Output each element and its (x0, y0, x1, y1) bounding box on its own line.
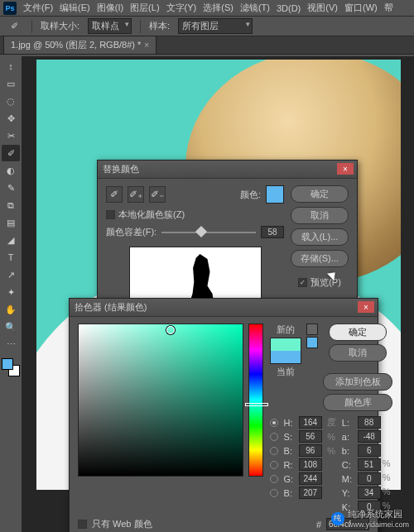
tool-heal[interactable]: ◐ (2, 162, 20, 179)
eyedropper-plus-icon[interactable]: ✐₊ (128, 186, 144, 203)
eyedropper-row: ✐ ✐₊ ✐₋ 颜色: (106, 185, 284, 204)
tool-pen[interactable]: ↗ (2, 266, 20, 283)
picker-cancel-button[interactable]: 取消 (329, 344, 387, 362)
radio-b[interactable] (270, 447, 278, 455)
field-brgb[interactable]: 207 (299, 486, 322, 499)
menu-window[interactable]: 窗口(W) (344, 2, 378, 14)
new-color-swatch (271, 338, 301, 351)
close-tab-icon[interactable]: × (144, 41, 149, 50)
radio-h[interactable] (270, 419, 278, 427)
tool-eraser[interactable]: ▤ (2, 214, 20, 231)
current-color-label: 当前 (277, 366, 295, 378)
sample-size-label: 取样大小: (41, 20, 79, 32)
field-a[interactable]: -48 (358, 430, 381, 443)
menu-file[interactable]: 文件(F) (23, 2, 53, 14)
current-color-swatch (271, 351, 301, 363)
field-blab[interactable]: 6 (358, 444, 381, 457)
sv-field[interactable] (78, 324, 243, 477)
source-color-swatch[interactable] (266, 185, 284, 204)
add-swatch-button[interactable]: 添加到色板 (323, 373, 392, 391)
picker-ok-button[interactable]: 确定 (329, 324, 387, 341)
label-s: S: (284, 432, 296, 442)
radio-g[interactable] (270, 475, 278, 483)
fuzziness-value[interactable]: 58 (261, 226, 284, 238)
field-bhsb[interactable]: 96 (299, 444, 322, 457)
warning-gamut-icon[interactable] (306, 324, 318, 335)
field-l[interactable]: 88 (358, 416, 381, 429)
localized-label: 本地化颜色簇(Z) (118, 208, 185, 221)
app-logo: Ps (3, 2, 17, 15)
menu-help[interactable]: 帮 (384, 2, 393, 14)
web-only-checkbox[interactable] (78, 520, 87, 529)
label-h: H: (284, 418, 296, 428)
field-c[interactable]: 51 (358, 458, 381, 471)
tool-move[interactable]: ↕ (2, 58, 20, 74)
color-picker-close-button[interactable]: × (358, 301, 374, 313)
sample-size-dropdown[interactable]: 取样点 (88, 18, 132, 34)
sample-layers-label: 样本: (149, 20, 170, 32)
preview-checkbox[interactable]: ✓ (298, 278, 307, 287)
replace-color-close-button[interactable]: × (337, 163, 354, 175)
tool-crop[interactable]: ✂ (2, 127, 20, 144)
options-bar: ✐ 取样大小: 取样点 样本: 所有图层 (0, 17, 414, 36)
menu-select[interactable]: 选择(S) (203, 2, 233, 14)
watermark-logo-icon: 纯 (331, 512, 344, 525)
tool-brush[interactable]: ✎ (2, 180, 20, 196)
radio-bb[interactable] (270, 489, 278, 497)
warning-websafe-icon[interactable] (306, 337, 318, 348)
menu-type[interactable]: 文字(Y) (166, 2, 197, 14)
replace-color-title: 替换颜色 (103, 163, 139, 175)
menu-3d[interactable]: 3D(D) (277, 3, 301, 13)
tool-lasso[interactable]: ◌ (2, 93, 20, 109)
menu-image[interactable]: 图像(I) (97, 2, 123, 14)
field-g[interactable]: 244 (299, 472, 322, 485)
menu-view[interactable]: 视图(V) (307, 2, 338, 14)
tool-more[interactable]: ⋯ (2, 336, 20, 352)
field-s[interactable]: 56 (299, 430, 322, 443)
tool-eyedropper[interactable]: ✐ (2, 145, 20, 161)
tool-marquee[interactable]: ▭ (2, 75, 20, 92)
field-r[interactable]: 108 (299, 458, 322, 471)
document-tab[interactable]: 1.jpg @ 50% (图层 2, RGB/8#) * × (3, 36, 156, 54)
tool-wand[interactable]: ✥ (2, 110, 20, 127)
localized-checkbox[interactable] (106, 210, 115, 219)
hue-slider[interactable] (248, 324, 263, 477)
tool-hand[interactable]: ✋ (2, 301, 20, 318)
replace-color-titlebar[interactable]: 替换颜色 × (98, 161, 357, 179)
sample-layers-dropdown[interactable]: 所有图层 (178, 18, 253, 34)
save-button[interactable]: 存储(S)... (291, 250, 349, 267)
menu-edit[interactable]: 编辑(E) (60, 2, 90, 14)
ok-button[interactable]: 确定 (291, 185, 349, 203)
color-swatches[interactable] (2, 358, 20, 376)
menu-bar: Ps 文件(F) 编辑(E) 图像(I) 图层(L) 文字(Y) 选择(S) 滤… (0, 0, 414, 17)
fuzziness-slider[interactable] (161, 227, 256, 238)
eyedropper-tool-icon[interactable]: ✐ (5, 18, 23, 35)
field-m[interactable]: 0 (358, 472, 381, 485)
color-libraries-button[interactable]: 颜色库 (323, 394, 392, 411)
tool-gradient[interactable]: ◢ (2, 232, 20, 248)
label-l: L: (342, 418, 354, 428)
menu-layer[interactable]: 图层(L) (130, 2, 159, 14)
cancel-button[interactable]: 取消 (291, 207, 349, 224)
field-h[interactable]: 164 (299, 416, 322, 429)
label-brgb: B: (284, 488, 296, 498)
foreground-color-swatch[interactable] (2, 358, 13, 370)
color-picker-titlebar[interactable]: 拾色器 (结果颜色) × (70, 299, 378, 317)
tool-clone[interactable]: ⧉ (2, 197, 20, 213)
tool-zoom[interactable]: 🔍 (2, 319, 20, 335)
eyedropper-icon[interactable]: ✐ (106, 186, 123, 203)
label-a: a: (342, 432, 354, 442)
menu-filter[interactable]: 滤镜(T) (240, 2, 270, 14)
tool-shape[interactable]: ✦ (2, 284, 20, 300)
radio-r[interactable] (270, 461, 278, 469)
tool-type[interactable]: T (2, 249, 20, 266)
eyedropper-minus-icon[interactable]: ✐₋ (149, 186, 166, 203)
watermark-brand: 纯净系统家园 (348, 508, 409, 520)
color-picker-title: 拾色器 (结果颜色) (75, 301, 147, 314)
color-preview-block[interactable] (270, 338, 301, 364)
load-button[interactable]: 载入(L)... (291, 228, 349, 246)
document-tab-title: 1.jpg @ 50% (图层 2, RGB/8#) * (11, 39, 141, 51)
document-tab-bar: 1.jpg @ 50% (图层 2, RGB/8#) * × (0, 36, 414, 55)
radio-s[interactable] (270, 433, 278, 441)
field-y[interactable]: 34 (358, 486, 381, 499)
